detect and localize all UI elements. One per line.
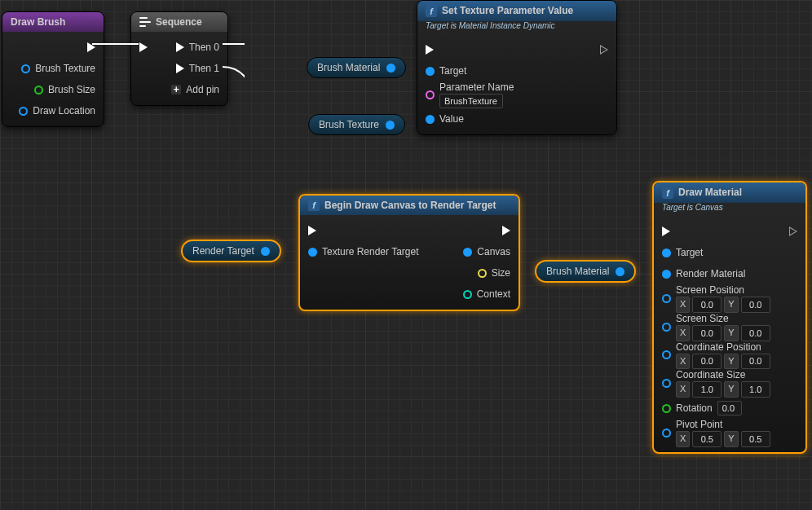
exec-in-pin[interactable] xyxy=(139,42,148,52)
rotation-input[interactable] xyxy=(717,401,742,415)
node-title: Draw Brush xyxy=(11,16,65,28)
pin-canvas[interactable]: Canvas xyxy=(463,246,510,257)
exec-out-pin[interactable] xyxy=(87,42,95,52)
pin-parameter-name[interactable]: Parameter Name xyxy=(426,81,514,108)
pin-out[interactable] xyxy=(261,247,270,256)
node-title: Sequence xyxy=(156,16,202,28)
param-name-input[interactable] xyxy=(439,94,503,108)
node-header: Draw Brush xyxy=(2,12,104,32)
pin-size[interactable]: Size xyxy=(478,267,510,279)
pin-screen-size[interactable]: Screen Size XY xyxy=(662,313,770,341)
pivot-x[interactable] xyxy=(692,431,722,447)
pin-out[interactable] xyxy=(386,64,395,73)
pin-then0[interactable]: Then 0 xyxy=(176,42,219,53)
function-icon: f xyxy=(662,187,673,199)
var-render-target[interactable]: Render Target xyxy=(181,240,281,262)
pin-out[interactable] xyxy=(616,267,624,276)
exec-out-pin[interactable] xyxy=(502,226,510,235)
var-label: Brush Material xyxy=(317,62,380,73)
exec-out-pin[interactable] xyxy=(789,226,797,236)
pin-coord-size[interactable]: Coordinate Size XY xyxy=(662,369,770,398)
function-icon: f xyxy=(308,200,320,211)
coord-pos-y[interactable] xyxy=(741,354,770,370)
screen-pos-y[interactable] xyxy=(741,297,770,313)
exec-in-pin[interactable] xyxy=(662,226,670,236)
pin-brush-texture[interactable]: Brush Texture xyxy=(21,63,95,74)
node-header: Sequence xyxy=(131,12,227,32)
pin-brush-size[interactable]: Brush Size xyxy=(34,84,95,95)
node-subtitle: Target is Material Instance Dynamic xyxy=(417,21,616,34)
node-title: Draw Material xyxy=(678,187,742,199)
sequence-icon xyxy=(139,16,151,28)
coord-size-y[interactable] xyxy=(741,381,770,398)
pin-context[interactable]: Context xyxy=(463,288,510,300)
pivot-y[interactable] xyxy=(741,431,770,447)
pin-target[interactable]: Target xyxy=(426,65,466,77)
function-icon: f xyxy=(426,6,437,17)
add-pin-button[interactable]: Add pin+ xyxy=(171,84,219,95)
screen-size-x[interactable] xyxy=(692,325,722,341)
coord-pos-x[interactable] xyxy=(692,354,722,370)
exec-in-pin[interactable] xyxy=(426,45,434,55)
node-sequence[interactable]: Sequence Then 0 Then 1 Add pin+ xyxy=(130,11,228,106)
screen-size-y[interactable] xyxy=(741,325,770,341)
pin-pivot-point[interactable]: Pivot Point XY xyxy=(662,419,770,447)
pin-target[interactable]: Target xyxy=(662,247,703,258)
pin-coord-position[interactable]: Coordinate Position XY xyxy=(662,341,770,370)
node-title: Begin Draw Canvas to Render Target xyxy=(324,200,496,211)
pin-render-material[interactable]: Render Material xyxy=(662,268,745,279)
node-title: Set Texture Parameter Value xyxy=(442,5,573,17)
coord-size-x[interactable] xyxy=(692,381,722,398)
node-header: fBegin Draw Canvas to Render Target xyxy=(300,196,519,215)
node-header: f Draw Material xyxy=(654,182,805,203)
pin-screen-position[interactable]: Screen Position XY xyxy=(662,284,770,313)
pin-rotation[interactable]: Rotation xyxy=(662,401,742,415)
var-brush-material-2[interactable]: Brush Material xyxy=(535,260,636,283)
var-brush-material[interactable]: Brush Material xyxy=(307,57,406,78)
node-begin-draw-canvas[interactable]: fBegin Draw Canvas to Render Target Text… xyxy=(298,194,520,311)
screen-pos-x[interactable] xyxy=(692,297,722,313)
exec-out-pin[interactable] xyxy=(600,45,608,55)
pin-value[interactable]: Value xyxy=(426,113,464,125)
var-label: Brush Material xyxy=(546,266,609,277)
node-draw-material[interactable]: f Draw Material Target is Canvas Target … xyxy=(652,181,807,454)
exec-in-pin[interactable] xyxy=(308,226,316,235)
var-brush-texture[interactable]: Brush Texture xyxy=(308,114,405,135)
var-label: Render Target xyxy=(192,245,254,257)
plus-icon: + xyxy=(171,85,181,95)
pin-draw-location[interactable]: Draw Location xyxy=(19,105,95,117)
node-subtitle: Target is Canvas xyxy=(654,203,805,216)
pin-texture-render-target[interactable]: Texture Render Target xyxy=(308,246,419,257)
node-set-texture-param[interactable]: f Set Texture Parameter Value Target is … xyxy=(417,0,617,135)
node-draw-brush[interactable]: Draw Brush Brush Texture Brush Size Draw… xyxy=(2,11,104,127)
pin-out[interactable] xyxy=(386,121,395,130)
node-header: f Set Texture Parameter Value xyxy=(417,1,616,21)
pin-then1[interactable]: Then 1 xyxy=(176,63,219,74)
var-label: Brush Texture xyxy=(319,119,379,130)
